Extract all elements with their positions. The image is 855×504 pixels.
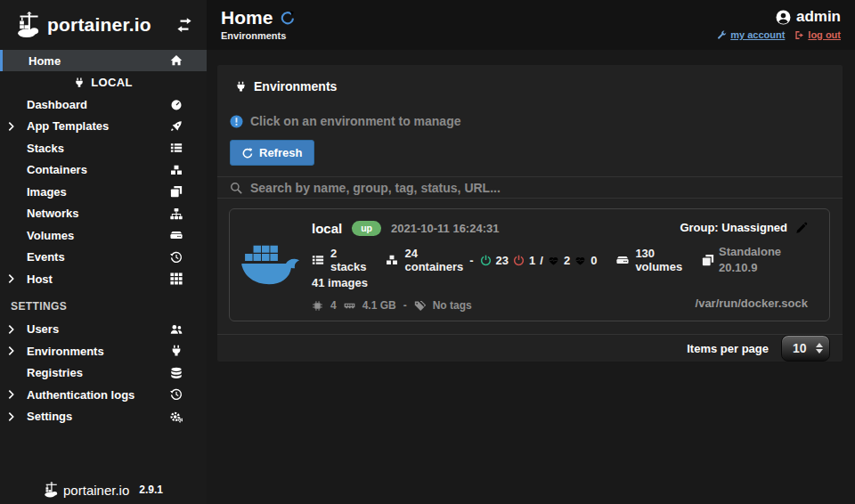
grid-icon xyxy=(170,272,183,285)
running-count: 23 xyxy=(496,254,509,267)
sidebar: portainer.io Home LOCAL Dashboard App Te… xyxy=(0,0,207,504)
brand-title: portainer.io xyxy=(47,14,176,36)
swap-arrows-icon xyxy=(176,17,192,33)
engine-type: Standalone xyxy=(719,244,781,260)
refresh-button[interactable]: Refresh xyxy=(230,140,314,166)
tags-icon xyxy=(414,300,426,312)
cpu-count: 4 xyxy=(330,299,337,312)
hdd-icon xyxy=(616,254,629,266)
tags-value: No tags xyxy=(433,299,472,312)
history-icon xyxy=(170,251,183,264)
cubes-icon xyxy=(386,254,398,266)
topbar: Home Environments admin my account xyxy=(207,0,855,50)
microchip-icon xyxy=(312,300,323,312)
environment-name: local xyxy=(312,221,342,236)
stacks-stat: 2 stacks xyxy=(312,247,366,273)
sidebar-item-host[interactable]: Host xyxy=(0,268,207,290)
hint-text: Click on an environment to manage xyxy=(250,114,461,128)
sidebar-item-containers[interactable]: Containers xyxy=(0,159,207,182)
unhealthy-heart-icon xyxy=(574,255,586,266)
log-out-label: log out xyxy=(808,29,841,40)
home-icon xyxy=(170,54,183,67)
images-count: 41 images xyxy=(312,276,676,289)
user-menu: admin xyxy=(776,8,841,26)
main-area: Home Environments admin my account xyxy=(207,0,855,504)
socket-path: /var/run/docker.sock xyxy=(696,297,808,310)
sidebar-item-label: Images xyxy=(27,185,67,199)
sidebar-item-stacks[interactable]: Stacks xyxy=(0,137,207,159)
docker-whale-icon xyxy=(237,241,305,289)
search-bar xyxy=(217,176,843,199)
sidebar-item-label: Events xyxy=(27,250,65,264)
user-circle-icon xyxy=(776,10,791,25)
stopped-count: 1 xyxy=(529,254,535,267)
unhealthy-count: 0 xyxy=(590,254,597,267)
sidebar-item-label: Volumes xyxy=(27,229,74,242)
sidebar-item-dashboard[interactable]: Dashboard xyxy=(0,93,207,116)
status-badge: up xyxy=(352,221,381,236)
pagination-footer: Items per page 10 xyxy=(217,334,843,362)
sidebar-footer: portainer.io 2.9.1 xyxy=(0,482,207,498)
sidebar-item-users[interactable]: Users xyxy=(0,319,207,341)
plug-icon xyxy=(235,81,247,93)
page-title: Home xyxy=(221,7,273,28)
plug-icon xyxy=(170,345,183,357)
volumes-stat: 130 volumes xyxy=(616,247,682,273)
sidebar-item-label: Dashboard xyxy=(27,98,87,111)
sidebar-item-settings[interactable]: Settings xyxy=(0,406,207,428)
layers-icon xyxy=(170,185,183,198)
containers-stat: 24 containers - 23 1 / 2 xyxy=(386,247,597,273)
my-account-link[interactable]: my account xyxy=(717,29,785,40)
chevron-right-icon xyxy=(8,274,14,284)
sidebar-item-label: Stacks xyxy=(27,142,64,155)
portainer-app: portainer.io Home LOCAL Dashboard App Te… xyxy=(0,0,855,504)
sidebar-item-volumes[interactable]: Volumes xyxy=(0,224,207,247)
sidebar-item-home[interactable]: Home xyxy=(0,50,207,71)
search-input[interactable] xyxy=(250,181,830,195)
environment-meta: 4 4.1 GB - No tags xyxy=(312,299,676,312)
sidebar-item-registries[interactable]: Registries xyxy=(0,362,207,385)
gears-icon xyxy=(170,411,183,423)
sidebar-item-label: Users xyxy=(27,322,59,336)
list-icon xyxy=(170,142,183,154)
chevron-right-icon xyxy=(8,121,14,131)
sidebar-item-authentication-logs[interactable]: Authentication logs xyxy=(0,384,207,406)
breadcrumb: Environments xyxy=(221,30,295,41)
topbar-left: Home Environments xyxy=(221,7,295,41)
widget-title: Environments xyxy=(217,65,843,93)
sidebar-item-label: Registries xyxy=(27,366,83,379)
widget-title-label: Environments xyxy=(254,79,337,93)
log-out-link[interactable]: log out xyxy=(794,29,841,40)
sidebar-item-images[interactable]: Images xyxy=(0,181,207,203)
sidebar-item-label: Containers xyxy=(27,163,87,176)
sidebar-collapse-button[interactable] xyxy=(176,17,192,33)
refresh-page-icon[interactable] xyxy=(281,11,295,25)
items-per-page-select[interactable]: 10 xyxy=(781,335,830,362)
sign-out-icon xyxy=(794,30,804,40)
sidebar-item-label: Settings xyxy=(27,410,72,423)
snapshot-time: 2021-10-11 16:24:31 xyxy=(391,222,499,235)
sidebar-item-events[interactable]: Events xyxy=(0,247,207,269)
hdd-icon xyxy=(170,229,183,241)
environment-card[interactable]: local up 2021-10-11 16:24:31 2 stacks xyxy=(229,208,830,321)
portainer-footer-logo-icon xyxy=(44,482,60,498)
refresh-icon xyxy=(242,148,253,159)
edit-pencil-icon[interactable] xyxy=(795,222,808,234)
sidebar-item-label: Host xyxy=(27,272,53,286)
username: admin xyxy=(796,8,841,26)
sidebar-item-environments[interactable]: Environments xyxy=(0,340,207,362)
my-account-label: my account xyxy=(730,29,785,40)
sidebar-item-networks[interactable]: Networks xyxy=(0,203,207,225)
hint-row: Click on an environment to manage xyxy=(217,93,843,128)
cubes-icon xyxy=(170,164,183,176)
separator-slash: / xyxy=(540,254,543,267)
containers-count: 24 containers xyxy=(404,247,463,273)
chevron-right-icon xyxy=(8,324,14,334)
power-off-icon xyxy=(513,255,525,266)
separator-dash: - xyxy=(469,254,473,267)
rocket-icon xyxy=(170,120,183,133)
power-on-icon xyxy=(480,255,492,266)
sidebar-item-app-templates[interactable]: App Templates xyxy=(0,116,207,138)
sidebar-item-label: Environments xyxy=(27,345,104,358)
group-label: Group: Unassigned xyxy=(680,221,787,234)
